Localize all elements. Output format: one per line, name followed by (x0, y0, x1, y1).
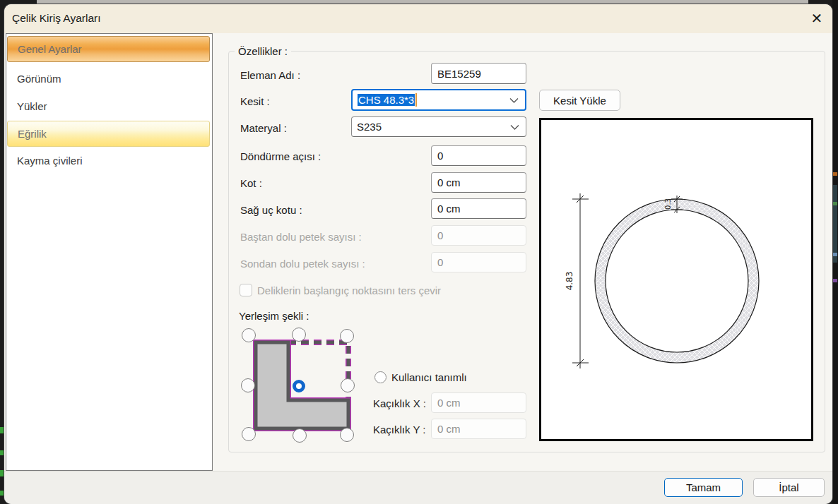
height-dimension-text: 4.83 (565, 272, 574, 291)
kesit-selected-value: CHS 48.3*3 (358, 94, 415, 106)
placement-anchor-diagram (237, 323, 362, 449)
dialog-titlebar (4, 4, 832, 33)
sag-uc-kotu-value: 0 cm (437, 203, 461, 215)
chevron-down-icon[interactable] (510, 124, 519, 130)
iptal-button[interactable]: İptal (753, 478, 825, 497)
dondurme-acisi-input[interactable]: 0 (431, 145, 526, 166)
sidebar-item-label: Genel Ayarlar (18, 43, 82, 55)
dondurme-acisi-label: Döndürme açısı : (240, 150, 321, 162)
kot-input[interactable]: 0 cm (431, 172, 526, 193)
materyal-selected-value: S235 (357, 121, 382, 133)
sondan-petek-label: Sondan dolu petek sayısı : (240, 258, 365, 270)
materyal-combobox[interactable]: S235 (351, 116, 526, 137)
kullanici-tanimli-radio[interactable] (374, 371, 386, 383)
sidebar-item-egrilik[interactable]: Eğrilik (7, 121, 210, 147)
eleman-adi-label: Eleman Adı : (240, 69, 300, 81)
placement-anchor-bottom-right[interactable] (341, 428, 354, 442)
placement-anchor-middle-left[interactable] (242, 379, 255, 392)
kot-label: Kot : (240, 177, 262, 189)
kullanici-tanimli-label: Kullanıcı tanımlı (391, 371, 467, 383)
sondan-petek-input: 0 (431, 252, 526, 272)
kacilik-y-input: 0 cm (431, 419, 526, 439)
sidebar-item-kayma-civileri[interactable]: Kayma çivileri (17, 155, 83, 167)
dialog-title: Çelik Kiriş Ayarları (12, 12, 100, 25)
placement-anchor-bottom-center[interactable] (293, 429, 307, 443)
sidebar-category-list (6, 33, 213, 471)
sidebar-item-label: Eğrilik (18, 128, 47, 140)
kesit-yukle-button[interactable]: Kesit Yükle (539, 90, 620, 111)
section-preview-panel: 4.83 0.3 (539, 118, 813, 441)
background-app-left-edge (0, 427, 4, 433)
dondurme-acisi-value: 0 (437, 150, 443, 162)
bastan-petek-value: 0 (437, 229, 443, 241)
bastan-petek-label: Baştan dolu petek sayısı : (240, 231, 362, 243)
sag-uc-kotu-input[interactable]: 0 cm (431, 198, 526, 219)
sidebar-item-genel-ayarlar[interactable]: Genel Ayarlar (7, 36, 210, 62)
chs-inner-circle (606, 210, 748, 352)
background-app-left-edge (0, 491, 4, 496)
close-icon[interactable]: ✕ (806, 8, 827, 28)
kacilik-x-label: Kaçıklık X : (373, 397, 426, 409)
text-cursor (415, 93, 417, 107)
background-app-toolbar-edge (37, 0, 808, 4)
kacilik-x-value: 0 cm (437, 397, 461, 409)
kacilik-x-input: 0 cm (431, 392, 526, 413)
kesit-combobox[interactable]: CHS 48.3*3 (351, 89, 526, 111)
ozellikler-group-title: Özellikler : (235, 45, 291, 57)
placement-anchor-top-center[interactable] (293, 328, 306, 342)
ters-cevir-checkbox-label: Deliklerin başlangıç noktasını ters çevi… (257, 284, 441, 296)
kot-value: 0 cm (437, 176, 461, 188)
eleman-adi-value: BE15259 (437, 68, 481, 80)
placement-anchor-top-left[interactable] (242, 329, 256, 342)
tamam-button[interactable]: Tamam (664, 478, 743, 497)
bastan-petek-input: 0 (431, 225, 526, 246)
sidebar-item-gorunum[interactable]: Görünüm (17, 73, 61, 85)
wall-dimension-text: 0.3 (664, 198, 672, 210)
section-preview-drawing: 4.83 0.3 (541, 120, 811, 439)
kacilik-y-value: 0 cm (437, 423, 461, 435)
sondan-petek-value: 0 (437, 256, 443, 268)
sag-uc-kotu-label: Sağ uç kotu : (240, 204, 302, 216)
placement-anchor-top-right[interactable] (341, 330, 354, 343)
placement-anchor-bottom-left[interactable] (242, 428, 256, 441)
kesit-label: Kesit : (240, 95, 270, 107)
background-app-left-edge (0, 470, 4, 476)
background-app-left-edge (0, 450, 4, 455)
ters-cevir-checkbox (240, 284, 252, 296)
background-app-right-edge (832, 0, 838, 504)
height-dimension (572, 193, 589, 368)
eleman-adi-input[interactable]: BE15259 (431, 63, 526, 84)
sidebar-item-yukler[interactable]: Yükler (17, 100, 47, 112)
placement-anchor-middle-right[interactable] (341, 379, 355, 392)
yerlesim-sekli-label: Yerleşim şekli : (239, 310, 309, 322)
kacilik-y-label: Kaçıklık Y : (373, 424, 425, 436)
materyal-label: Materyal : (240, 122, 287, 134)
chevron-down-icon[interactable] (509, 97, 519, 103)
placement-anchor-center-selected[interactable] (295, 382, 304, 391)
